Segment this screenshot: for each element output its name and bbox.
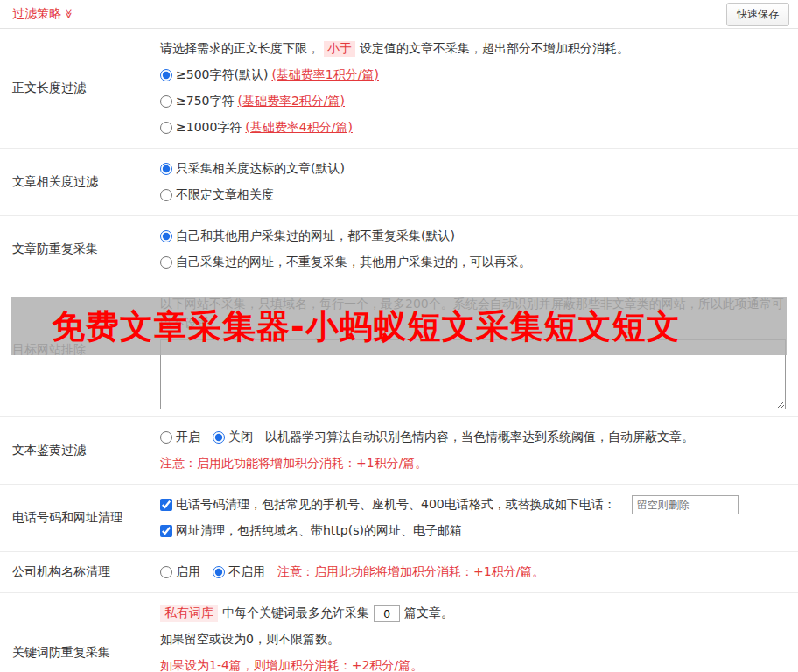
radio-option-porn-off[interactable]: 关闭: [213, 430, 253, 445]
option-text: 自己采集过的网址，不重复采集，其他用户采集过的，可以再采。: [176, 255, 531, 270]
row-dedup: 文章防重复采集 自己和其他用户采集过的网址，都不重复采集(默认) 自己采集过的网…: [0, 216, 798, 284]
radio-option-porn-on[interactable]: 开启: [160, 430, 200, 445]
option-fee: (基础费率4积分/篇): [245, 120, 353, 136]
row-relevance-filter: 文章相关度过滤 只采集相关度达标的文章(默认) 不限定文章相关度: [0, 149, 798, 216]
exclude-domains-textarea[interactable]: [160, 340, 786, 410]
radio-option-relevance-default[interactable]: 只采集相关度达标的文章(默认): [160, 161, 345, 177]
private-lexicon-tag: 私有词库: [160, 605, 218, 622]
option-text: 网址清理，包括纯域名、带http(s)的网址、电子邮箱: [176, 523, 462, 539]
row-label-target-exclusion: 目标网站排除: [0, 284, 160, 416]
radio-company-on[interactable]: [160, 566, 172, 578]
option-text: 自己和其他用户采集过的网址，都不重复采集(默认): [176, 228, 455, 244]
radio-500chars[interactable]: [160, 69, 172, 81]
radio-company-off[interactable]: [213, 566, 225, 578]
option-text: 开启: [176, 430, 200, 445]
topbar: 过滤策略≫ 快速保存: [0, 0, 798, 29]
porn-filter-note: 注意：启用此功能将增加积分消耗：+1积分/篇。: [160, 451, 786, 477]
row-label-porn-filter: 文本鉴黄过滤: [0, 417, 160, 484]
radio-dedup-self[interactable]: [160, 256, 172, 269]
target-exclusion-desc: 以下网站不采集，只填域名，每行一个，最多200个。系统会自动识别并屏蔽那些非文章…: [160, 290, 786, 332]
company-cleanup-note: 注意：启用此功能将增加积分消耗：+1积分/篇。: [277, 564, 544, 580]
row-target-exclusion: 目标网站排除 以下网站不采集，只填域名，每行一个，最多200个。系统会自动识别并…: [0, 284, 798, 417]
keyword-limit-text: 中每个关键词最多允许采集: [222, 606, 369, 621]
checkbox-option-phone-cleanup[interactable]: 电话号码清理，包括常见的手机号、座机号、400电话格式，或替换成如下电话：: [160, 497, 616, 513]
chevron-down-icon: ≫: [63, 9, 74, 19]
radio-option-500chars[interactable]: ≥500字符(默认) (基础费率1积分/篇): [160, 67, 379, 83]
intro-text-1: 请选择需求的正文长度下限，: [160, 41, 319, 57]
option-text: ≥1000字符: [176, 120, 242, 136]
text-length-intro: 请选择需求的正文长度下限， 小于 设定值的文章不采集，超出部分不增加积分消耗。: [160, 36, 786, 62]
intro-text-2: 设定值的文章不采集，超出部分不增加积分消耗。: [360, 41, 629, 57]
keyword-note-1to4: 如果设为1-4篇，则增加积分消耗：+2积分/篇。: [160, 653, 786, 672]
radio-option-dedup-self[interactable]: 自己采集过的网址，不重复采集，其他用户采集过的，可以再采。: [160, 255, 531, 270]
row-label-phone-url: 电话号码和网址清理: [0, 485, 160, 551]
row-label-text-length: 正文长度过滤: [0, 29, 160, 148]
radio-option-750chars[interactable]: ≥750字符 (基础费率2积分/篇): [160, 94, 345, 109]
radio-option-dedup-all[interactable]: 自己和其他用户采集过的网址，都不重复采集(默认): [160, 228, 455, 244]
radio-option-company-off[interactable]: 不启用: [213, 564, 265, 580]
radio-relevance-default[interactable]: [160, 163, 172, 175]
quick-save-button[interactable]: 快速保存: [726, 3, 789, 26]
replacement-phone-input[interactable]: [632, 495, 738, 514]
radio-option-1000chars[interactable]: ≥1000字符 (基础费率4积分/篇): [160, 120, 353, 136]
checkbox-phone-cleanup[interactable]: [160, 499, 172, 511]
option-text: ≥500字符(默认): [176, 67, 268, 83]
radio-porn-off[interactable]: [213, 431, 225, 444]
row-porn-filter: 文本鉴黄过滤 开启 关闭 以机器学习算法自动识别色情内容，当色情概率达到系统阈值…: [0, 417, 798, 485]
filter-settings-page: 过滤策略≫ 快速保存 正文长度过滤 请选择需求的正文长度下限， 小于 设定值的文…: [0, 0, 798, 672]
radio-750chars[interactable]: [160, 95, 172, 108]
keyword-limit-text-end: 篇文章。: [404, 606, 453, 621]
radio-option-company-on[interactable]: 启用: [160, 564, 200, 580]
checkbox-url-cleanup[interactable]: [160, 525, 172, 537]
porn-filter-desc: 以机器学习算法自动识别色情内容，当色情概率达到系统阈值，自动屏蔽文章。: [265, 430, 694, 445]
keyword-limit-input[interactable]: [374, 605, 400, 622]
row-label-keyword-dedup: 关键词防重复采集: [0, 593, 160, 672]
radio-option-relevance-any[interactable]: 不限定文章相关度: [160, 187, 274, 203]
option-fee: (基础费率1积分/篇): [271, 67, 379, 83]
option-text: 只采集相关度达标的文章(默认): [176, 161, 345, 177]
row-label-company-cleanup: 公司机构名称清理: [0, 552, 160, 592]
row-text-length-filter: 正文长度过滤 请选择需求的正文长度下限， 小于 设定值的文章不采集，超出部分不增…: [0, 29, 798, 149]
checkbox-option-url-cleanup[interactable]: 网址清理，包括纯域名、带http(s)的网址、电子邮箱: [160, 523, 462, 539]
radio-1000chars[interactable]: [160, 122, 172, 134]
row-label-dedup: 文章防重复采集: [0, 216, 160, 283]
row-phone-url-cleanup: 电话号码和网址清理 电话号码清理，包括常见的手机号、座机号、400电话格式，或替…: [0, 485, 798, 552]
option-text: 关闭: [228, 430, 253, 445]
intro-highlight: 小于: [324, 41, 355, 57]
page-title-text: 过滤策略: [12, 6, 61, 20]
radio-porn-on[interactable]: [160, 431, 172, 444]
row-label-relevance: 文章相关度过滤: [0, 149, 160, 215]
row-keyword-dedup: 关键词防重复采集 私有词库 中每个关键词最多允许采集 篇文章。 如果留空或设为0…: [0, 593, 798, 672]
keyword-note-zero: 如果留空或设为0，则不限篇数。: [160, 626, 786, 653]
option-text: 启用: [176, 564, 200, 580]
option-text: 电话号码清理，包括常见的手机号、座机号、400电话格式，或替换成如下电话：: [176, 497, 616, 513]
page-title[interactable]: 过滤策略≫: [12, 6, 74, 22]
option-text: ≥750字符: [176, 94, 234, 109]
option-text: 不限定文章相关度: [176, 187, 274, 203]
option-text: 不启用: [228, 564, 265, 580]
option-fee: (基础费率2积分/篇): [237, 94, 345, 109]
row-company-cleanup: 公司机构名称清理 启用 不启用 注意：启用此功能将增加积分消耗：+1积分/篇。: [0, 552, 798, 593]
radio-dedup-all[interactable]: [160, 230, 172, 242]
radio-relevance-any[interactable]: [160, 189, 172, 201]
